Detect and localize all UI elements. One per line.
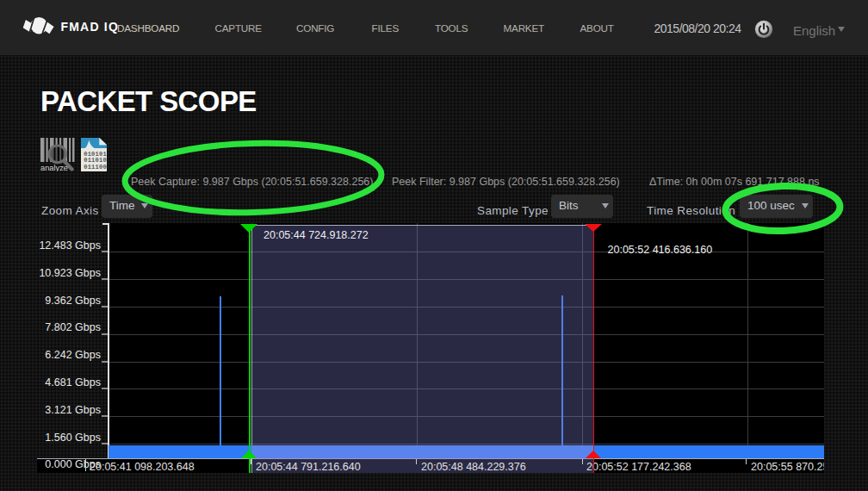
svg-text:analyze: analyze (40, 164, 68, 172)
svg-text:011100: 011100 (84, 164, 107, 171)
